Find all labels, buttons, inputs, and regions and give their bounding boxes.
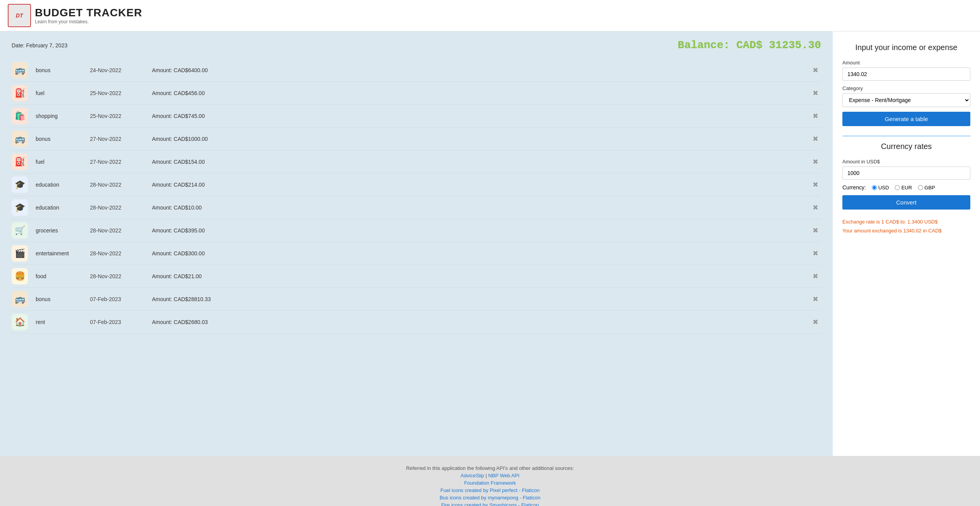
currency-section: Currency rates Amount in USD$ Currency: … [842,142,970,236]
logo-icon: DT [8,4,31,27]
tx-name: fuel [36,90,90,96]
divider [842,136,970,136]
tx-date: 25-Nov-2022 [90,113,152,119]
tx-amount: Amount: CAD$745.00 [152,113,809,119]
logo-container: DT BUDGET TRACKER Learn from your mistak… [8,4,142,27]
tx-date: 28-Nov-2022 [90,204,152,211]
education-icon: 🎓 [12,177,28,193]
foundation-link[interactable]: Foundation Framework [464,480,516,486]
delete-button[interactable]: ✖ [809,272,821,281]
fuel-icon: ⛽ [12,85,28,101]
tx-amount: Amount: CAD$21.00 [152,273,809,279]
delete-button[interactable]: ✖ [809,158,821,166]
currency-radio-group: Currency: USD EUR GBP [842,184,970,191]
tx-name: education [36,204,90,211]
currency-radio-label: Currency: [842,184,866,191]
tx-date: 07-Feb-2023 [90,319,152,325]
generate-button[interactable]: Generate a table [842,112,970,126]
exchange-rate-text: Exchange rate is 1 CAD$ to: 1.3400 USD$ [842,217,970,226]
category-select[interactable]: Expense - Rent/MortgageExpense - FoodExp… [842,93,970,107]
bonus-icon: 🚌 [12,131,28,147]
table-row: 🍔 food 28-Nov-2022 Amount: CAD$21.00 ✖ [12,265,821,288]
delete-button[interactable]: ✖ [809,112,821,120]
table-row: 🎓 education 28-Nov-2022 Amount: CAD$10.0… [12,196,821,219]
tx-name: groceries [36,227,90,234]
tx-date: 25-Nov-2022 [90,90,152,96]
amount-usd-input[interactable] [842,166,970,180]
tx-amount: Amount: CAD$214.00 [152,182,809,188]
tx-date: 07-Feb-2023 [90,296,152,302]
tx-date: 27-Nov-2022 [90,136,152,142]
delete-button[interactable]: ✖ [809,89,821,97]
date-display: Date: February 7, 2023 [12,42,67,49]
gbp-radio-label[interactable]: GBP [918,185,935,191]
tx-amount: Amount: CAD$6400.00 [152,67,809,73]
footer-links-line1: AdviceSlip | NBP Web API [8,473,972,478]
tx-amount: Amount: CAD$1000.00 [152,136,809,142]
footer-referred-text: Referred in this application the followi… [8,465,972,471]
tx-name: education [36,182,90,188]
tx-amount: Amount: CAD$10.00 [152,204,809,211]
usd-radio[interactable] [872,185,877,190]
balance-display: Balance: CAD$ 31235.30 [678,39,821,51]
tx-date: 24-Nov-2022 [90,67,152,73]
tx-amount: Amount: CAD$395.00 [152,227,809,234]
eur-radio[interactable] [895,185,900,190]
logo-letters: DT [16,12,23,19]
delete-button[interactable]: ✖ [809,180,821,189]
tx-amount: Amount: CAD$300.00 [152,250,809,256]
gbp-label: GBP [925,185,935,191]
fuel-icons-link[interactable]: Fuel icons created by Pixel perfect - Fl… [440,487,540,493]
bonus-icon: 🚌 [12,62,28,78]
fuel-icon: ⛽ [12,154,28,170]
delete-button[interactable]: ✖ [809,318,821,326]
app-title: BUDGET TRACKER [35,7,142,19]
table-row: 🚌 bonus 24-Nov-2022 Amount: CAD$6400.00 … [12,59,821,82]
tx-date: 28-Nov-2022 [90,227,152,234]
nbp-link[interactable]: NBP Web API [488,473,519,478]
tx-date: 27-Nov-2022 [90,159,152,165]
table-row: 🏠 rent 07-Feb-2023 Amount: CAD$2680.03 ✖ [12,311,821,334]
convert-button[interactable]: Convert [842,195,970,210]
app-subtitle: Learn from your mistakes. [35,19,142,24]
amount-input[interactable] [842,68,970,81]
bus-icons-link[interactable]: Bus icons created by mynamepong - Flatic… [440,495,540,501]
delete-button[interactable]: ✖ [809,295,821,303]
delete-button[interactable]: ✖ [809,66,821,75]
education-icon: 🎓 [12,199,28,216]
delete-button[interactable]: ✖ [809,203,821,212]
income-title: Input your income or expense [842,43,970,52]
table-row: 🎓 education 28-Nov-2022 Amount: CAD$214.… [12,173,821,196]
amount-label: Amount [842,60,970,66]
table-row: ⛽ fuel 25-Nov-2022 Amount: CAD$456.00 ✖ [12,82,821,105]
usd-label: USD [878,185,889,191]
adviceslip-link[interactable]: AdviceSlip [461,473,484,478]
tx-date: 28-Nov-2022 [90,250,152,256]
footer: Referred in this application the followi… [0,456,980,506]
tx-name: shopping [36,113,90,119]
table-row: 🚌 bonus 27-Nov-2022 Amount: CAD$1000.00 … [12,128,821,151]
tx-name: bonus [36,136,90,142]
gbp-radio[interactable] [918,185,923,190]
main-layout: Date: February 7, 2023 Balance: CAD$ 312… [0,31,980,456]
food-icon: 🍔 [12,268,28,284]
eur-radio-label[interactable]: EUR [895,185,912,191]
delete-button[interactable]: ✖ [809,226,821,235]
fire-icons-link[interactable]: Fire icons created by Smashicons - Flati… [441,502,539,506]
top-bar: Date: February 7, 2023 Balance: CAD$ 312… [12,39,821,51]
eur-label: EUR [901,185,912,191]
delete-button[interactable]: ✖ [809,249,821,258]
usd-radio-label[interactable]: USD [872,185,889,191]
tx-amount: Amount: CAD$2680.03 [152,319,809,325]
exchange-result-text: Your amount exchanged is 1340.02 in CAD$ [842,226,970,235]
table-row: 🛒 groceries 28-Nov-2022 Amount: CAD$395.… [12,219,821,242]
tx-date: 28-Nov-2022 [90,273,152,279]
left-panel: Date: February 7, 2023 Balance: CAD$ 312… [0,31,833,456]
delete-button[interactable]: ✖ [809,135,821,143]
rent-icon: 🏠 [12,314,28,330]
tx-name: food [36,273,90,279]
table-row: ⛽ fuel 27-Nov-2022 Amount: CAD$154.00 ✖ [12,151,821,173]
currency-title: Currency rates [842,142,970,151]
amount-usd-label: Amount in USD$ [842,159,970,165]
groceries-icon: 🛒 [12,222,28,239]
